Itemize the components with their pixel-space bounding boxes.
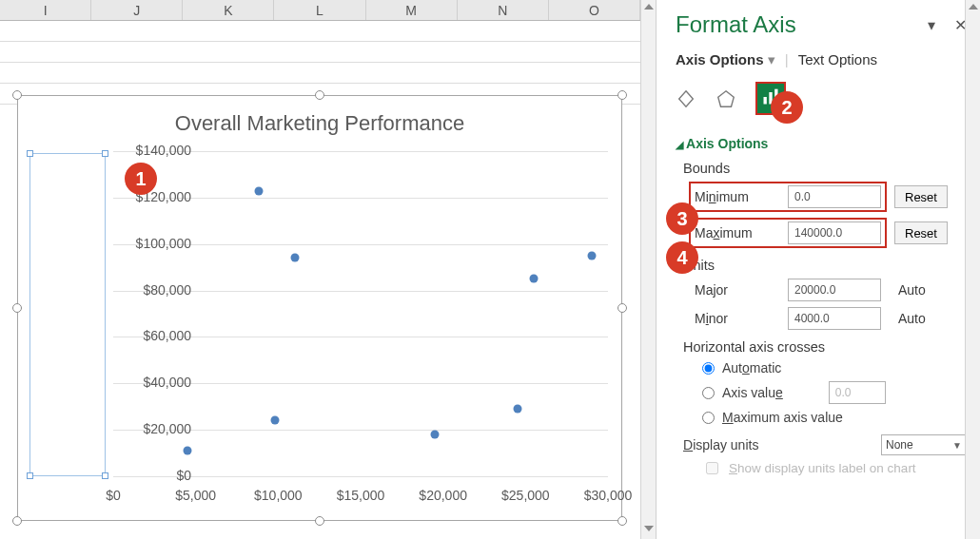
x-axis-tick: $10,000 [254,488,303,503]
units-major-state: Auto [898,282,926,298]
annotation-badge-3: 3 [666,202,698,235]
data-point[interactable] [270,416,279,425]
crosses-max-radio[interactable] [702,412,715,424]
bounds-min-input[interactable] [788,185,881,208]
col-header[interactable]: L [274,0,365,20]
section-axis-options[interactable]: Axis Options [676,136,967,151]
bounds-minimum-row: Minimum [689,182,887,212]
crosses-max-label: Maximum axis value [722,410,843,425]
chevron-down-icon: ▼ [952,440,962,451]
display-units-value: None [886,438,913,452]
x-axis-tick: $30,000 [584,488,633,503]
x-axis-tick: $15,000 [337,488,385,503]
axis-handle[interactable] [27,472,33,479]
scroll-up-icon[interactable] [969,4,978,10]
bounds-max-reset-button[interactable]: Reset [894,221,948,244]
y-axis-tick: $0 [115,468,191,483]
bounds-max-label: Maximum [695,225,776,241]
units-major-label: Major [695,282,776,298]
resize-handle[interactable] [12,90,22,100]
worksheet-area[interactable]: I J K L M N O Overall Marketing Performa… [0,0,657,539]
svg-rect-1 [764,97,767,105]
x-axis-tick: $20,000 [419,488,467,503]
bounds-label: Bounds [683,161,967,176]
resize-handle[interactable] [12,516,22,526]
column-headers[interactable]: I J K L M N O [0,0,640,21]
scroll-up-icon[interactable] [644,4,654,10]
resize-handle[interactable] [617,90,627,100]
units-major-input[interactable] [788,279,881,301]
data-point[interactable] [530,275,539,283]
tab-axis-options-dropdown-icon[interactable]: ▾ [768,51,775,67]
units-minor-label: Minor [695,311,776,326]
col-header[interactable]: M [366,0,458,20]
col-header[interactable]: O [549,0,640,20]
pane-title: Format Axis [676,11,796,38]
plot-area[interactable]: $0$20,000$40,000$60,000$80,000$100,000$1… [113,151,608,476]
col-header[interactable]: K [183,0,274,20]
crosses-automatic-label: Automatic [722,360,781,375]
tab-axis-options[interactable]: Axis Options [676,51,764,67]
resize-handle[interactable] [315,516,324,526]
y-axis-selection[interactable] [29,153,106,476]
chart-title[interactable]: Overall Marketing Performance [18,111,621,136]
y-axis-tick: $120,000 [115,189,191,204]
axis-handle[interactable] [102,150,108,157]
resize-handle[interactable] [617,516,627,526]
tab-text-options[interactable]: Text Options [798,51,877,67]
y-axis-tick: $100,000 [115,236,191,251]
scroll-down-icon[interactable] [644,526,654,531]
resize-handle[interactable] [315,90,324,100]
resize-handle[interactable] [617,303,627,313]
bounds-maximum-row: Maximum [689,218,887,248]
crosses-automatic-radio[interactable] [702,362,715,375]
data-point[interactable] [431,431,440,439]
crosses-label: Horizontal axis crosses [683,339,967,355]
x-axis-tick: $5,000 [175,488,216,503]
units-label: Units [683,258,967,273]
data-point[interactable] [587,251,596,260]
col-header[interactable]: J [91,0,183,20]
fill-line-icon[interactable] [676,88,696,109]
crosses-axis-value-radio[interactable] [702,387,715,399]
bounds-min-label: Minimum [695,189,776,204]
bounds-max-input[interactable] [788,221,881,244]
data-point[interactable] [184,447,192,455]
annotation-badge-4: 4 [666,241,698,274]
effects-icon[interactable] [715,88,736,109]
col-header[interactable]: N [458,0,549,20]
x-axis-tick: $0 [106,488,121,503]
task-pane-dropdown-icon[interactable]: ▾ [928,16,935,34]
crosses-axis-value-label: Axis value [722,385,783,400]
axis-handle[interactable] [102,472,108,479]
data-point[interactable] [254,186,263,195]
col-header[interactable]: I [0,0,91,20]
display-units-label-text: Show display units label on chart [729,461,916,475]
y-axis-tick: $40,000 [115,375,191,390]
data-point[interactable] [290,254,299,262]
axis-handle[interactable] [27,150,33,157]
units-minor-state: Auto [898,311,926,326]
annotation-badge-2: 2 [771,91,803,124]
y-axis-tick: $140,000 [115,143,191,158]
units-minor-input[interactable] [788,307,881,330]
display-units-label: Display units [683,437,758,452]
worksheet-vertical-scrollbar[interactable] [640,0,656,539]
y-axis-tick: $60,000 [115,328,191,343]
chart-object[interactable]: Overall Marketing Performance 1 $0$20,00… [17,95,622,521]
format-axis-pane: Format Axis ▾ ✕ Axis Options ▾ | Text Op… [657,0,980,539]
display-units-select[interactable]: None ▼ [881,434,967,455]
resize-handle[interactable] [12,303,22,313]
svg-marker-0 [718,90,735,106]
y-axis-tick: $80,000 [115,282,191,298]
y-axis-tick: $20,000 [115,421,191,436]
bounds-min-reset-button[interactable]: Reset [894,185,948,208]
x-axis-tick: $25,000 [501,488,550,503]
data-point[interactable] [513,405,521,414]
display-units-label-checkbox [706,462,718,474]
annotation-badge-1: 1 [125,163,157,195]
crosses-axis-value-input [829,381,886,404]
pane-vertical-scrollbar[interactable] [965,0,980,539]
